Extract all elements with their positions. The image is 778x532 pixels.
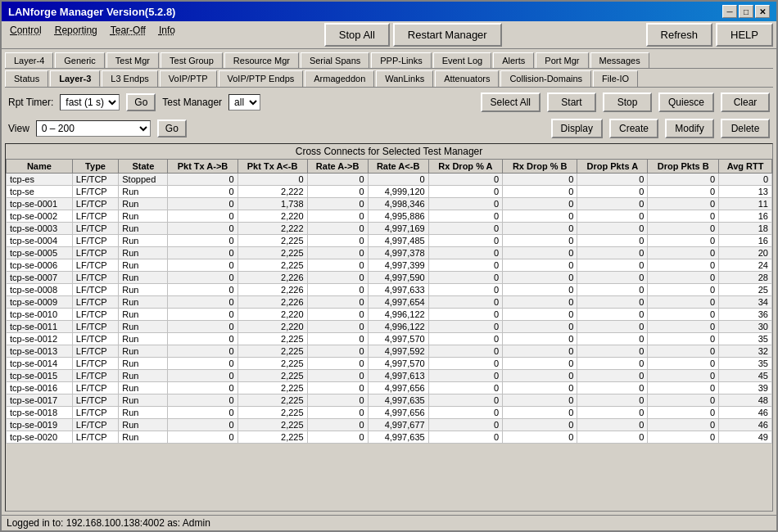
table-row[interactable]: tcp-se-0009LF/TCPRun02,22604,997,6540000… xyxy=(7,296,772,309)
tab-wanlinks[interactable]: WanLinks xyxy=(376,70,433,87)
cell-0: tcp-se-0017 xyxy=(7,394,73,407)
help-button[interactable]: HELP xyxy=(716,23,773,47)
cell-10: 0 xyxy=(648,333,719,345)
close-button[interactable]: ✕ xyxy=(755,5,770,18)
cell-3: 0 xyxy=(168,223,237,235)
tab-portmgr[interactable]: Port Mgr xyxy=(536,52,588,68)
table-row[interactable]: tcp-se-0003LF/TCPRun02,22204,997,1690000… xyxy=(7,223,772,235)
quiesce-button[interactable]: Quiesce xyxy=(658,92,714,112)
table-scroll[interactable]: Name Type State Pkt Tx A->B Pkt Tx A<-B … xyxy=(6,159,772,511)
table-row[interactable]: tcp-se-0020LF/TCPRun02,22504,997,6350000… xyxy=(7,431,772,444)
tab-layer3[interactable]: Layer-3 xyxy=(50,70,100,87)
menu-tearoff[interactable]: Tear-Off xyxy=(106,23,151,47)
cell-4: 2,226 xyxy=(237,272,307,284)
test-manager-select[interactable]: all xyxy=(228,94,260,110)
table-row[interactable]: tcp-esLF/TCPStopped000000000 xyxy=(7,174,772,186)
table-row[interactable]: tcp-se-0006LF/TCPRun02,22504,997,3990000… xyxy=(7,259,772,272)
cell-3: 0 xyxy=(168,296,237,309)
table-row[interactable]: tcp-se-0004LF/TCPRun02,22504,997,4850000… xyxy=(7,235,772,247)
restart-manager-button[interactable]: Restart Manager xyxy=(393,23,502,47)
table-row[interactable]: tcp-se-0008LF/TCPRun02,22604,997,6330000… xyxy=(7,284,772,296)
tab-testgroup[interactable]: Test Group xyxy=(161,52,223,68)
table-row[interactable]: tcp-se-0018LF/TCPRun02,22504,997,6560000… xyxy=(7,407,772,419)
tab-generic[interactable]: Generic xyxy=(55,52,105,68)
cell-4: 2,226 xyxy=(237,284,307,296)
cell-2: Run xyxy=(119,333,168,345)
table-row[interactable]: tcp-se-0010LF/TCPRun02,22004,996,1220000… xyxy=(7,309,772,321)
tab-voiptpendps[interactable]: VoIP/PTP Endps xyxy=(219,70,304,87)
cell-7: 0 xyxy=(428,431,503,444)
select-all-button[interactable]: Select All xyxy=(481,92,541,112)
table-row[interactable]: tcp-se-0005LF/TCPRun02,22504,997,3780000… xyxy=(7,247,772,259)
create-button[interactable]: Create xyxy=(609,119,658,138)
tab-messages[interactable]: Messages xyxy=(590,52,649,68)
tab-ppplinks[interactable]: PPP-Links xyxy=(371,52,431,68)
tab-collisiondomains[interactable]: Collision-Domains xyxy=(500,70,591,87)
tab-alerts[interactable]: Alerts xyxy=(493,52,534,68)
cell-7: 0 xyxy=(428,272,503,284)
tab-armageddon[interactable]: Armageddon xyxy=(305,70,374,87)
maximize-button[interactable]: □ xyxy=(739,5,753,18)
table-row[interactable]: tcp-se-0002LF/TCPRun02,22004,995,8860000… xyxy=(7,210,772,223)
tab-layer4[interactable]: Layer-4 xyxy=(5,52,53,68)
cell-1: LF/TCP xyxy=(72,235,118,247)
modify-button[interactable]: Modify xyxy=(665,119,714,138)
cell-7: 0 xyxy=(428,223,503,235)
cell-5: 0 xyxy=(307,394,368,407)
table-row[interactable]: tcp-se-0011LF/TCPRun02,22004,996,1220000… xyxy=(7,321,772,333)
refresh-button[interactable]: Refresh xyxy=(646,23,713,47)
tab-testmgr[interactable]: Test Mgr xyxy=(106,52,159,68)
start-button[interactable]: Start xyxy=(547,92,596,112)
delete-button[interactable]: Delete xyxy=(721,119,770,138)
table-row[interactable]: tcp-se-0019LF/TCPRun02,22504,997,6770000… xyxy=(7,419,772,431)
view-go-button[interactable]: Go xyxy=(157,119,187,138)
cell-3: 0 xyxy=(168,284,237,296)
table-row[interactable]: tcp-se-0015LF/TCPRun02,22504,997,6130000… xyxy=(7,370,772,382)
cell-1: LF/TCP xyxy=(72,210,118,223)
cell-1: LF/TCP xyxy=(72,296,118,309)
clear-button[interactable]: Clear xyxy=(721,92,770,112)
cell-3: 0 xyxy=(168,210,237,223)
cell-3: 0 xyxy=(168,370,237,382)
table-row[interactable]: tcp-se-0007LF/TCPRun02,22604,997,5900000… xyxy=(7,272,772,284)
menu-reporting[interactable]: Reporting xyxy=(50,23,102,47)
cell-0: tcp-se-0007 xyxy=(7,272,73,284)
tab-fileio[interactable]: File-IO xyxy=(593,70,638,87)
cell-0: tcp-se-0006 xyxy=(7,259,73,272)
tab-voipptp[interactable]: VoIP/PTP xyxy=(160,70,217,87)
cell-4: 2,225 xyxy=(237,431,307,444)
rpt-timer-go-button[interactable]: Go xyxy=(126,93,156,111)
cell-3: 0 xyxy=(168,272,237,284)
tab-attenuators[interactable]: Attenuators xyxy=(435,70,499,87)
table-row[interactable]: tcp-se-0001LF/TCPRun01,73804,998,3460000… xyxy=(7,198,772,210)
minimize-button[interactable]: ─ xyxy=(722,5,737,18)
rpt-timer-select[interactable]: fast (1 s) xyxy=(60,94,120,110)
tab-resourcemgr[interactable]: Resource Mgr xyxy=(224,52,299,68)
cell-5: 0 xyxy=(307,419,368,431)
menu-control[interactable]: Control xyxy=(5,23,47,47)
menu-info[interactable]: Info xyxy=(154,23,180,47)
cell-11: 20 xyxy=(719,247,772,259)
table-row[interactable]: tcp-se-0012LF/TCPRun02,22504,997,5700000… xyxy=(7,333,772,345)
table-row[interactable]: tcp-seLF/TCPRun02,22204,999,120000013 xyxy=(7,186,772,198)
stop-all-button[interactable]: Stop All xyxy=(324,23,390,47)
tab-serialspans[interactable]: Serial Spans xyxy=(301,52,369,68)
tab-status[interactable]: Status xyxy=(5,70,48,87)
tab-l3endps[interactable]: L3 Endps xyxy=(102,70,157,87)
cell-10: 0 xyxy=(648,198,719,210)
display-button[interactable]: Display xyxy=(551,119,603,138)
tab-eventlog[interactable]: Event Log xyxy=(433,52,492,68)
view-select[interactable]: 0 – 200 xyxy=(36,120,151,137)
cell-6: 4,997,485 xyxy=(368,235,428,247)
cell-7: 0 xyxy=(428,174,503,186)
table-row[interactable]: tcp-se-0014LF/TCPRun02,22504,997,5700000… xyxy=(7,358,772,370)
table-row[interactable]: tcp-se-0017LF/TCPRun02,22504,997,6350000… xyxy=(7,394,772,407)
stop-button[interactable]: Stop xyxy=(603,92,652,112)
cell-6: 4,995,886 xyxy=(368,210,428,223)
col-name: Name xyxy=(7,160,73,174)
table-row[interactable]: tcp-se-0013LF/TCPRun02,22504,997,5920000… xyxy=(7,345,772,358)
cell-10: 0 xyxy=(648,370,719,382)
col-type: Type xyxy=(72,160,118,174)
main-window: LANforge Manager Version(5.2.8) ─ □ ✕ Co… xyxy=(0,0,778,532)
table-row[interactable]: tcp-se-0016LF/TCPRun02,22504,997,6560000… xyxy=(7,382,772,394)
